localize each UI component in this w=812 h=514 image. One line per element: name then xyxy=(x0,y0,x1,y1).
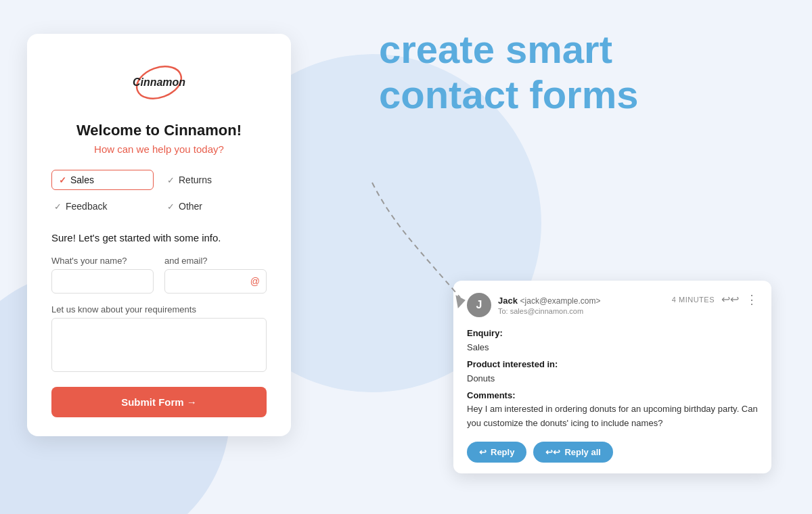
enquiry-label: Enquiry: xyxy=(467,327,758,341)
email-card: J Jack <jack@example.com> To: sales@cinn… xyxy=(453,281,771,473)
right-section: create smart contact forms J Jack <jack@… xyxy=(338,20,785,494)
submit-button[interactable]: Submit Form → xyxy=(51,387,267,417)
email-actions: ↩ Reply ↩↩ Reply all xyxy=(467,442,758,463)
option-feedback-label: Feedback xyxy=(66,201,107,212)
check-icon-returns: ✓ xyxy=(167,175,175,185)
headline: create smart contact forms xyxy=(379,27,731,117)
check-icon-feedback: ✓ xyxy=(54,202,62,212)
sender-name-text: Jack xyxy=(498,296,518,306)
sender-to: To: sales@cinnamon.com xyxy=(498,307,600,315)
logo-area: Cinnamon xyxy=(51,55,267,110)
requirements-label: Let us know about your requirements xyxy=(51,304,267,314)
email-time: 4 MINUTES xyxy=(672,296,715,304)
reply-icon: ↩ xyxy=(479,447,487,457)
reply-icons: ↩↩ xyxy=(721,293,739,306)
page-wrapper: Cinnamon Welcome to Cinnamon! How can we… xyxy=(0,0,812,514)
email-meta: 4 MINUTES ↩↩ ⋮ xyxy=(672,293,758,306)
email-label: and email? xyxy=(164,256,267,266)
logo-text: Cinnamon xyxy=(133,76,185,89)
reply-button[interactable]: ↩ Reply xyxy=(467,442,526,463)
headline-line1: create smart xyxy=(379,27,612,71)
three-dots-menu[interactable]: ⋮ xyxy=(746,294,758,306)
email-input[interactable] xyxy=(164,269,267,294)
email-body: Enquiry: Sales Product interested in: Do… xyxy=(467,327,758,431)
option-returns-label: Returns xyxy=(179,174,212,185)
reply-all-button[interactable]: ↩↩ Reply all xyxy=(533,442,612,463)
reply-arrow-icon[interactable]: ↩↩ xyxy=(721,293,739,306)
email-header: J Jack <jack@example.com> To: sales@cinn… xyxy=(467,293,758,317)
requirements-textarea[interactable] xyxy=(51,318,267,372)
option-other-label: Other xyxy=(179,201,202,212)
options-grid: ✓ Sales ✓ Returns ✓ Feedback ✓ Other xyxy=(51,170,267,216)
dashed-arrow xyxy=(352,169,487,318)
option-other[interactable]: ✓ Other xyxy=(164,197,267,216)
svg-marker-1 xyxy=(455,294,466,308)
enquiry-value: Sales xyxy=(467,341,758,355)
reply-label: Reply xyxy=(491,447,514,457)
name-label: What's your name? xyxy=(51,256,154,266)
name-group: What's your name? xyxy=(51,256,154,294)
welcome-title: Welcome to Cinnamon! xyxy=(51,122,267,139)
comments-label: Comments: xyxy=(467,389,758,403)
reply-all-label: Reply all xyxy=(564,447,600,457)
email-group: and email? @ xyxy=(164,256,267,294)
comments-value: Hey I am interested in ordering donuts f… xyxy=(467,402,758,431)
info-text: Sure! Let's get started with some info. xyxy=(51,232,267,243)
left-section: Cinnamon Welcome to Cinnamon! How can we… xyxy=(27,20,338,494)
check-icon-other: ✓ xyxy=(167,202,175,212)
reply-all-icon: ↩↩ xyxy=(545,447,560,457)
email-input-wrapper: @ xyxy=(164,269,267,294)
form-card: Cinnamon Welcome to Cinnamon! How can we… xyxy=(27,34,291,436)
option-sales[interactable]: ✓ Sales xyxy=(51,170,154,190)
product-value: Donuts xyxy=(467,372,758,386)
option-sales-label: Sales xyxy=(70,174,94,185)
sender-email: <jack@example.com> xyxy=(520,296,601,306)
welcome-subtitle: How can we help you today? xyxy=(51,143,267,155)
product-label: Product interested in: xyxy=(467,358,758,372)
form-fields-row: What's your name? and email? @ xyxy=(51,256,267,294)
headline-line2: contact forms xyxy=(379,72,639,116)
check-icon-sales: ✓ xyxy=(59,175,66,185)
name-input[interactable] xyxy=(51,269,154,294)
sender-info: Jack <jack@example.com> To: sales@cinnam… xyxy=(498,296,600,315)
sender-name: Jack <jack@example.com> xyxy=(498,296,600,306)
logo-circle: Cinnamon xyxy=(132,55,186,110)
submit-label: Submit Form → xyxy=(121,396,197,408)
option-returns[interactable]: ✓ Returns xyxy=(164,170,267,190)
option-feedback[interactable]: ✓ Feedback xyxy=(51,197,154,216)
